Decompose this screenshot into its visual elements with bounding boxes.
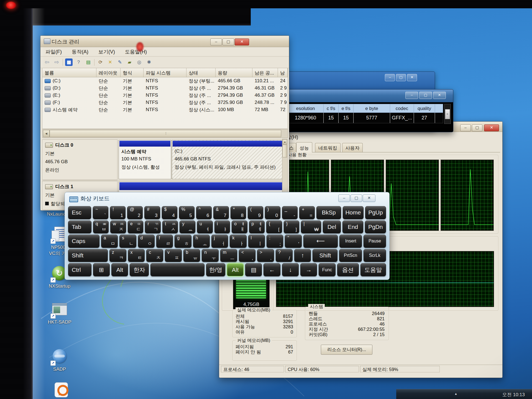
key-^[interactable]: ^6 [196,206,212,219]
key-v[interactable]: vㅍ [165,249,182,262]
column-header-파일 시스템[interactable]: 파일 시스템 [144,68,186,77]
minimize-button[interactable]: – [338,195,350,202]
help-icon[interactable]: ? [75,58,82,66]
stream-col-codec[interactable]: codec [390,104,414,112]
key-"[interactable]: "' [285,235,301,248]
close-button[interactable]: ✕ [235,39,249,45]
key-*[interactable]: *8 [231,206,246,219]
stream-col-e f/s[interactable]: e f/s [339,104,354,112]
key-e[interactable]: eㄸㄷ [128,221,144,234]
key-▤[interactable]: ▤ [245,263,262,276]
key-x[interactable]: xㅌ [128,249,145,262]
tab-사용자[interactable]: 사용자 [342,143,363,152]
maximize-button[interactable]: ▢ [419,92,432,99]
key-Caps[interactable]: Caps [68,235,99,248]
menu-item-보기(V)[interactable]: 보기(V) [93,48,120,55]
key-j[interactable]: jㅓ [211,235,228,248]
maximize-button[interactable]: ▢ [351,195,362,202]
key-i[interactable]: iㅑ [214,221,230,234]
scrollbar-thumb[interactable]: ⁞ [50,130,281,137]
stream-col-e byte[interactable]: e byte [354,104,390,112]
key-한/영[interactable]: 한/영 [206,263,225,276]
key-m[interactable]: mㅡ [220,249,237,262]
key-}[interactable]: }] [284,221,300,234]
resource-monitor-button[interactable]: 리소스 모니터(R)... [321,345,372,355]
key-End[interactable]: End [342,221,364,234]
key-한자[interactable]: 한자 [130,263,149,276]
close-button[interactable]: ✕ [363,195,375,202]
key-?[interactable]: ?/ [276,249,293,262]
key-⊞[interactable]: ⊞ [93,263,110,276]
column-header-용량[interactable]: 용량 [216,68,252,77]
table-row[interactable]: (F:)단순기본NTFS정상 (주 ...3725.90 GB248.78 ..… [42,99,288,106]
key-y[interactable]: yㅛ [180,221,195,234]
back-icon[interactable]: ⇦ [43,58,51,66]
settings-icon[interactable]: ✱ [145,58,153,66]
keyboard-titlebar[interactable]: 화상 키보드 – ▢ ✕ [65,192,389,204]
minimize-button[interactable]: – [210,39,222,45]
key-_[interactable]: _- [282,206,298,219]
key-:[interactable]: :; [267,235,283,248]
scroll-left-arrow-icon[interactable]: ◄ [43,130,50,137]
close-icon[interactable]: ✕ [407,74,417,81]
key-$[interactable]: $4 [162,206,177,219]
scroll-up-arrow-icon[interactable]: ▲ [283,139,287,144]
disk-management-titlebar[interactable]: 디스크 관리 – ▢ ✕ [40,36,289,47]
key-Pause[interactable]: Pause [364,235,386,248]
refresh-icon[interactable]: ⟳ [97,58,104,66]
key-n[interactable]: nㅜ [202,249,219,262]
key-Alt[interactable]: Alt [111,263,128,276]
partition-system-reserved[interactable]: 시스템 예약 100 MB NTFS 정상 (시스템, 활성 [119,140,171,179]
scrollbar-thumb[interactable]: ≡ [445,109,450,119]
forward-icon[interactable]: ⇨ [53,58,60,66]
key-%[interactable]: %5 [179,206,195,219]
close-button[interactable]: ✕ [484,124,499,131]
key-ScrLk[interactable]: ScrLk [364,249,386,262]
key-Insert[interactable]: Insert [339,235,362,248]
key-#[interactable]: #3 [144,206,160,219]
desktop-icon-hkt-sadp[interactable]: ↗ HKT-SADP [36,301,83,325]
key-도움말[interactable]: 도움말 [360,263,386,276]
key-s[interactable]: sㄴ [119,235,136,248]
column-header-남은 공...[interactable]: 남은 공... [252,68,278,77]
key-Del[interactable]: Del [323,221,341,234]
key-w[interactable]: wㅉㅈ [110,221,126,234]
key-+[interactable]: += [299,206,315,219]
key-Shift[interactable]: Shift [313,249,337,262]
taskbar[interactable]: ▴ 오전 10:13 [396,389,532,399]
key-→[interactable]: → [300,263,317,276]
key-옵션[interactable]: 옵션 [337,263,359,276]
key-u[interactable]: uㅕ [197,221,213,234]
delete-icon[interactable]: ✕ [106,58,114,66]
key-q[interactable]: qㅃㅂ [93,221,109,234]
stream-col-esolution[interactable]: esolution [288,104,324,112]
key-PgUp[interactable]: PgUp [365,206,386,219]
key-a[interactable]: aㅁ [101,235,118,248]
key-|[interactable]: |₩ [301,221,321,234]
menu-item-동작(A)[interactable]: 동작(A) [67,48,93,55]
key-<[interactable]: <, [239,249,256,262]
key-Func[interactable]: Func [319,263,335,276]
key-Esc[interactable]: Esc [68,206,91,219]
key-←[interactable]: ← [264,263,280,276]
tray-show-hidden-icon[interactable]: ▴ [455,392,457,396]
key-Home[interactable]: Home [343,206,364,219]
taskbar-clock[interactable]: 오전 10:13 [502,392,525,398]
stream-col-quality[interactable]: quality [414,104,435,112]
properties-icon[interactable]: ✎ [116,58,124,66]
key-o[interactable]: oㅒㅐ [232,221,247,234]
key-&[interactable]: &7 [213,206,229,219]
key-Shift[interactable]: Shift [68,249,108,262]
key-g[interactable]: gㅎ [175,235,191,248]
maximize-button[interactable]: ▢ [396,74,406,81]
key-l[interactable]: lㅣ [248,235,265,248]
key-space[interactable] [150,263,204,276]
column-header-남[interactable]: 남 [278,68,288,77]
key-PgDn[interactable]: PgDn [365,221,386,234]
key-([interactable]: (9 [248,206,263,219]
key-PrtScn[interactable]: PrtScn [339,249,362,262]
column-header-볼륨[interactable]: 볼륨 [42,68,96,77]
list-view-icon[interactable]: ▦ [65,58,73,66]
key->[interactable]: >. [257,249,274,262]
minimize-button[interactable]: – [460,124,471,131]
